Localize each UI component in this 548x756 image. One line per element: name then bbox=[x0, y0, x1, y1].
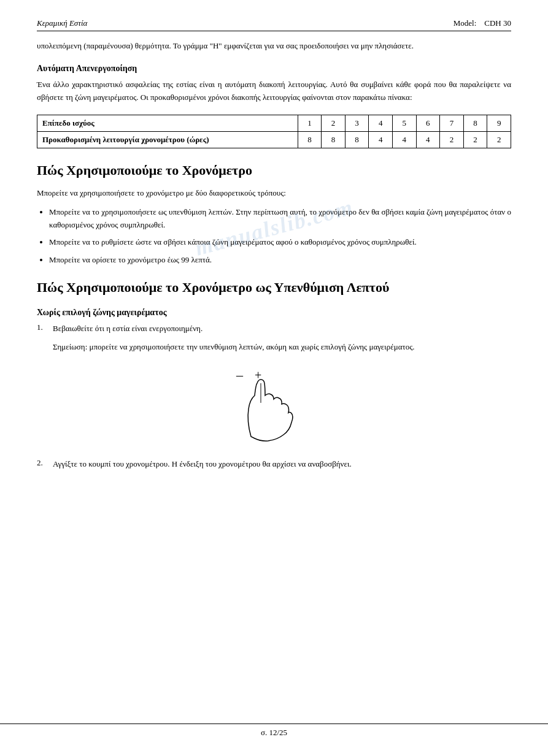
table-val-7: 2 bbox=[440, 132, 464, 148]
subsection-heading: Χωρίς επιλογή ζώνης μαγειρέματος bbox=[37, 308, 511, 318]
table-row1-label: Επίπεδο ισχύος bbox=[37, 115, 298, 132]
table-col-1: 1 bbox=[298, 115, 322, 132]
table-val-4: 4 bbox=[369, 132, 393, 148]
header-right: Model: CDH 30 bbox=[453, 18, 511, 28]
table-col-8: 8 bbox=[463, 115, 487, 132]
page: manualslib.com Κεραμική Εστία Model: CDH… bbox=[0, 0, 548, 756]
timer-button-diagram: – + bbox=[219, 366, 330, 446]
header-left: Κεραμική Εστία bbox=[37, 18, 87, 28]
table-col-9: 9 bbox=[487, 115, 511, 132]
footer-page-number: σ. 12/25 bbox=[261, 728, 287, 737]
table-col-7: 7 bbox=[440, 115, 464, 132]
step1: 1. Βεβαιωθείτε ότι η εστία είναι ενεργοπ… bbox=[37, 323, 511, 335]
step1-num: 1. bbox=[37, 323, 48, 335]
note-label: Σημείωση: bbox=[53, 342, 87, 351]
table-val-8: 2 bbox=[463, 132, 487, 148]
table-val-6: 4 bbox=[416, 132, 440, 148]
table-row-header: Επίπεδο ισχύος 1 2 3 4 5 6 7 8 9 bbox=[37, 115, 511, 132]
power-level-table: Επίπεδο ισχύος 1 2 3 4 5 6 7 8 9 Προκαθο… bbox=[37, 115, 511, 148]
svg-text:–: – bbox=[236, 367, 244, 383]
bullet-item-2: Μπορείτε να το ρυθμίσετε ώστε να σβήσει … bbox=[49, 236, 511, 249]
header-model-label: Model: bbox=[453, 18, 477, 28]
section2-heading: Πώς Χρησιμοποιούμε το Χρονόμετρο ως Υπεν… bbox=[37, 279, 511, 297]
table-val-1: 8 bbox=[298, 132, 322, 148]
section1-bullet-list: Μπορείτε να το χρησιμοποιήσετε ως υπενθύ… bbox=[49, 206, 511, 267]
page-header: Κεραμική Εστία Model: CDH 30 bbox=[37, 18, 511, 31]
diagram-area: – + bbox=[37, 366, 511, 446]
step2: 2. Αγγίξτε το κουμπί του χρονομέτρου. Η … bbox=[37, 458, 511, 471]
section1-intro: Μπορείτε να χρησιμοποιήσετε το χρονόμετρ… bbox=[37, 187, 511, 200]
table-col-6: 6 bbox=[416, 115, 440, 132]
step2-num: 2. bbox=[37, 458, 48, 471]
note-text: μπορείτε να χρησιμοποιήσετε την υπενθύμι… bbox=[90, 342, 415, 351]
table-val-9: 2 bbox=[487, 132, 511, 148]
table-row-values: Προκαθορισμένη λειτουργία χρονομέτρου (ώ… bbox=[37, 132, 511, 148]
step2-text: Αγγίξτε το κουμπί του χρονομέτρου. Η ένδ… bbox=[53, 458, 511, 471]
table-val-5: 4 bbox=[392, 132, 416, 148]
note-block: Σημείωση: μπορείτε να χρησιμοποιήσετε τη… bbox=[53, 341, 511, 354]
table-col-2: 2 bbox=[322, 115, 345, 132]
section1-heading: Πώς Χρησιμοποιούμε το Χρονόμετρο bbox=[37, 162, 511, 180]
table-val-3: 8 bbox=[345, 132, 369, 148]
step1-text: Βεβαιωθείτε ότι η εστία είναι ενεργοποιη… bbox=[53, 323, 511, 335]
page-footer: σ. 12/25 bbox=[0, 724, 548, 738]
table-row2-label: Προκαθορισμένη λειτουργία χρονομέτρου (ώ… bbox=[37, 132, 298, 148]
auto-off-body: Ένα άλλο χαρακτηριστικό ασφαλείας της εσ… bbox=[37, 78, 511, 104]
table-val-2: 8 bbox=[322, 132, 345, 148]
table-col-5: 5 bbox=[392, 115, 416, 132]
table-col-4: 4 bbox=[369, 115, 393, 132]
bullet-item-1: Μπορείτε να το χρησιμοποιήσετε ως υπενθύ… bbox=[49, 206, 511, 232]
auto-off-title: Αυτόματη Απενεργοποίηση bbox=[37, 64, 511, 74]
intro-text: υπολειπόμενη (παραμένουσα) θερμότητα. Το… bbox=[37, 40, 511, 53]
table-col-3: 3 bbox=[345, 115, 369, 132]
header-model-value: CDH 30 bbox=[484, 18, 511, 28]
bullet-item-3: Μπορείτε να ορίσετε το χρονόμετρο έως 99… bbox=[49, 254, 511, 267]
